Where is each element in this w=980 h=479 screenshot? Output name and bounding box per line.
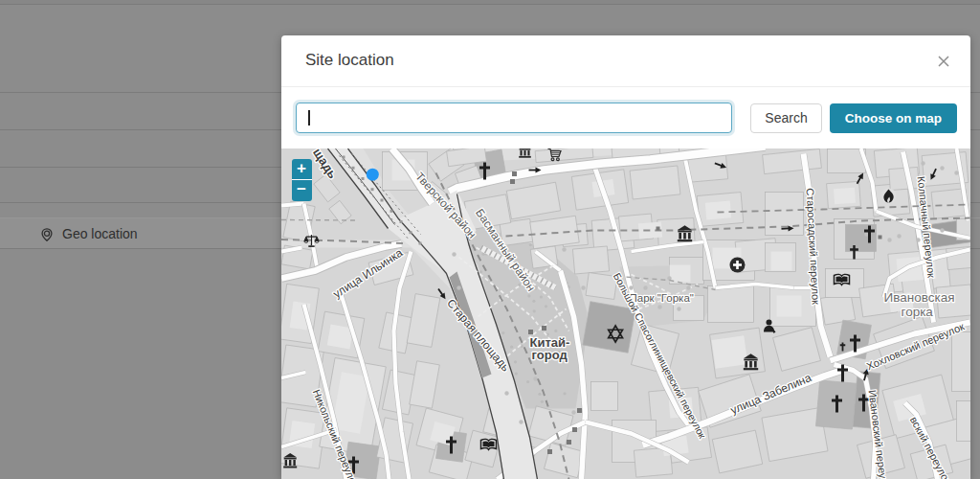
svg-text:Ивановская: Ивановская [884, 289, 955, 304]
svg-text:город: город [532, 347, 568, 361]
svg-text:горка: горка [902, 304, 934, 318]
svg-text:Парк "Горка": Парк "Горка" [630, 291, 694, 303]
